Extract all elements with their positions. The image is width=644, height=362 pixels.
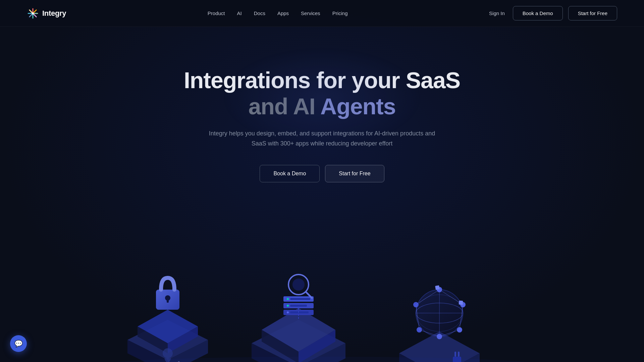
nav-ai[interactable]: AI bbox=[237, 10, 242, 16]
svg-rect-18 bbox=[167, 298, 169, 303]
svg-rect-67 bbox=[458, 352, 460, 357]
hero-illustration: Authentication bbox=[0, 236, 644, 362]
svg-line-7 bbox=[34, 10, 36, 12]
svg-point-32 bbox=[287, 311, 289, 313]
illustration-area: Authentication bbox=[0, 236, 644, 362]
svg-rect-66 bbox=[454, 352, 456, 357]
svg-rect-64 bbox=[459, 300, 463, 305]
nav-services[interactable]: Services bbox=[301, 10, 320, 16]
hero-title-part4: Agents bbox=[320, 94, 395, 119]
svg-point-19 bbox=[163, 348, 173, 358]
nav-book-demo-button[interactable]: Book a Demo bbox=[513, 6, 563, 20]
svg-rect-35 bbox=[290, 311, 309, 313]
logo-icon bbox=[27, 7, 39, 19]
nav-product[interactable]: Product bbox=[208, 10, 225, 16]
svg-point-38 bbox=[292, 279, 305, 291]
chat-bubble[interactable]: 💬 bbox=[10, 335, 27, 352]
svg-line-8 bbox=[30, 14, 32, 17]
svg-line-6 bbox=[34, 14, 36, 17]
signin-link[interactable]: Sign In bbox=[489, 10, 505, 16]
nav-start-free-button[interactable]: Start for Free bbox=[568, 6, 617, 20]
hero-title: Integrations for your SaaS and AI Agents bbox=[184, 67, 460, 119]
nav-docs[interactable]: Docs bbox=[254, 10, 265, 16]
nav-links: Product AI Docs Apps Services Pricing bbox=[208, 10, 348, 16]
logo-text: Integry bbox=[42, 9, 66, 18]
hero-title-part1: Integrations for your SaaS bbox=[184, 67, 460, 93]
hero-book-demo-button[interactable]: Book a Demo bbox=[260, 165, 320, 182]
nav-actions: Sign In Book a Demo Start for Free bbox=[489, 6, 617, 20]
chat-icon: 💬 bbox=[14, 340, 23, 348]
svg-line-5 bbox=[30, 10, 32, 12]
hero-section: Integrations for your SaaS and AI Agents… bbox=[0, 27, 644, 229]
hero-start-free-button[interactable]: Start for Free bbox=[325, 165, 384, 182]
hero-buttons: Book a Demo Start for Free bbox=[260, 165, 384, 182]
nav-apps[interactable]: Apps bbox=[277, 10, 289, 16]
nav-pricing[interactable]: Pricing bbox=[332, 10, 348, 16]
hero-title-part2: and bbox=[248, 94, 288, 119]
logo-link[interactable]: Integry bbox=[27, 7, 66, 19]
svg-rect-34 bbox=[290, 305, 307, 307]
svg-point-31 bbox=[287, 305, 289, 307]
svg-point-30 bbox=[287, 298, 289, 300]
hero-title-part3: AI bbox=[293, 94, 315, 119]
hero-subtitle: Integry helps you design, embed, and sup… bbox=[208, 129, 436, 148]
svg-rect-63 bbox=[435, 285, 440, 290]
svg-rect-33 bbox=[290, 298, 310, 300]
navbar: Integry Product AI Docs Apps Services Pr… bbox=[0, 0, 644, 27]
